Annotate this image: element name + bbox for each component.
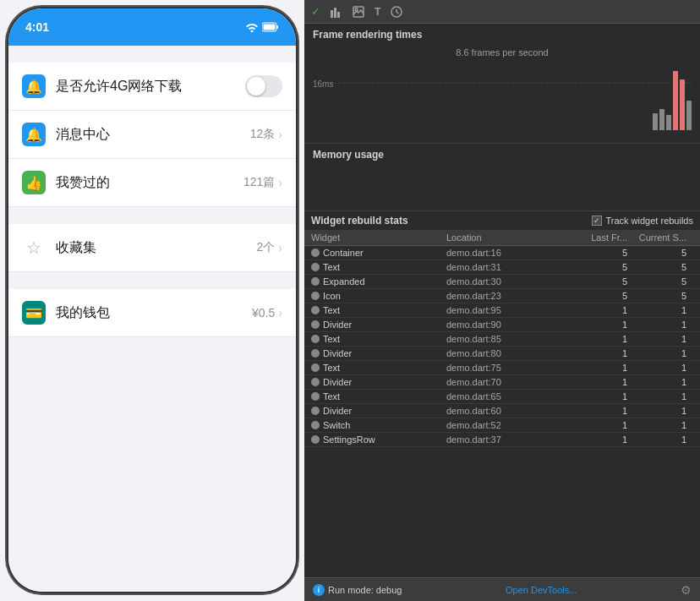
table-row[interactable]: Text demo.dart:31 5 5 <box>304 260 700 275</box>
menu-item-4g[interactable]: 🔔 是否允许4G网络下载 <box>8 63 296 111</box>
widget-location: demo.dart:80 <box>446 348 575 358</box>
frame-chart: 8.6 frames per second 16ms <box>304 42 700 144</box>
widget-current: 1 <box>634 377 693 387</box>
widget-dot <box>311 335 320 343</box>
bar-2 <box>659 109 664 130</box>
widget-name-text: Divider <box>323 348 352 358</box>
image-icon[interactable] <box>353 6 364 18</box>
widget-last-frame: 1 <box>575 434 634 445</box>
widget-dot <box>311 349 320 358</box>
info-icon: i <box>313 584 325 596</box>
widget-name-cell: Text <box>311 305 446 315</box>
widget-current: 1 <box>634 363 693 373</box>
check-icon[interactable]: ✓ <box>311 5 320 18</box>
bar-chart-icon[interactable] <box>331 6 342 18</box>
widget-dot <box>311 363 320 372</box>
chart-bars <box>653 63 692 130</box>
gear-icon[interactable]: ⚙ <box>681 583 692 597</box>
table-row[interactable]: Divider demo.dart:80 1 1 <box>304 347 700 361</box>
widget-name-cell: Divider <box>311 320 446 330</box>
widget-last-frame: 1 <box>575 320 634 330</box>
open-devtools-link[interactable]: Open DevTools... <box>506 585 577 595</box>
table-row[interactable]: Text demo.dart:85 1 1 <box>304 332 700 347</box>
arrow-wallet: › <box>278 306 282 320</box>
widget-current: 1 <box>634 334 693 344</box>
table-row[interactable]: Container demo.dart:16 5 5 <box>304 246 700 260</box>
menu-item-messages[interactable]: 🔔 消息中心 12条 › <box>8 111 296 159</box>
battery-icon <box>262 22 279 32</box>
widget-dot <box>311 263 320 271</box>
menu-item-liked[interactable]: 👍 我赞过的 121篇 › <box>8 159 296 207</box>
widget-dot <box>311 306 320 314</box>
widget-name-cell: Expanded <box>311 276 446 287</box>
widget-current: 5 <box>634 291 693 301</box>
table-row[interactable]: Text demo.dart:95 1 1 <box>304 303 700 318</box>
widget-name-text: Text <box>323 305 340 315</box>
widget-name-text: Text <box>323 334 340 344</box>
track-label: Track widget rebuilds <box>605 216 693 226</box>
value-favorites: 2个 <box>257 240 276 255</box>
toggle-4g[interactable] <box>245 75 282 97</box>
frame-rendering-title: Frame rendering times <box>304 24 700 42</box>
table-rows-container: Container demo.dart:16 5 5 Text demo.dar… <box>304 246 700 447</box>
widget-current: 1 <box>634 305 693 315</box>
svg-rect-4 <box>334 8 336 18</box>
phone-frame: 4:01 🔔 是否允许4G网络下载 <box>8 8 296 592</box>
text-format-icon[interactable]: T <box>375 6 380 18</box>
icon-favorites: ☆ <box>22 236 46 260</box>
arrow-messages: › <box>278 128 282 141</box>
bar-5 <box>680 79 685 130</box>
table-row[interactable]: Divider demo.dart:60 1 1 <box>304 404 700 418</box>
widget-dot <box>311 435 320 444</box>
table-row[interactable]: Text demo.dart:65 1 1 <box>304 390 700 404</box>
widget-dot <box>311 378 320 386</box>
table-row[interactable]: Expanded demo.dart:30 5 5 <box>304 275 700 289</box>
widget-name-cell: Text <box>311 391 446 402</box>
widget-name-cell: Container <box>311 248 446 258</box>
debug-panel: ✓ T Frame rendering times 8.6 frames per… <box>304 0 700 601</box>
widget-dot <box>311 292 320 300</box>
clock-icon[interactable] <box>391 6 402 18</box>
widget-dot <box>311 249 320 257</box>
track-widget-rebuilds-checkbox[interactable]: ✓ Track widget rebuilds <box>592 216 693 226</box>
bar-6 <box>686 101 692 130</box>
widget-last-frame: 1 <box>575 377 634 387</box>
table-row[interactable]: Divider demo.dart:70 1 1 <box>304 375 700 390</box>
table-row[interactable]: Switch demo.dart:52 1 1 <box>304 418 700 433</box>
table-row[interactable]: Text demo.dart:75 1 1 <box>304 361 700 375</box>
widget-dot <box>311 277 320 286</box>
checkbox-box[interactable]: ✓ <box>592 216 602 226</box>
widget-table: Widget Location Last Fr... Current S... … <box>304 230 700 577</box>
widget-name-text: Divider <box>323 406 352 416</box>
widget-stats-header: Widget rebuild stats ✓ Track widget rebu… <box>304 211 700 230</box>
widget-location: demo.dart:31 <box>446 262 575 272</box>
widget-last-frame: 1 <box>575 305 634 315</box>
value-messages: 12条 <box>250 127 276 142</box>
table-row[interactable]: Icon demo.dart:23 5 5 <box>304 289 700 303</box>
widget-last-frame: 5 <box>575 291 634 301</box>
widget-last-frame: 1 <box>575 334 634 344</box>
col-widget: Widget <box>311 232 446 243</box>
arrow-liked: › <box>278 176 282 189</box>
icon-notification-messages: 🔔 <box>22 123 46 146</box>
widget-current: 1 <box>634 348 693 358</box>
widget-name-text: Switch <box>323 420 350 430</box>
icon-liked: 👍 <box>22 171 46 194</box>
widget-name-text: SettingsRow <box>323 434 375 445</box>
fps-label: 8.6 frames per second <box>313 46 692 59</box>
svg-rect-5 <box>337 12 340 18</box>
widget-location: demo.dart:23 <box>446 291 575 301</box>
widget-name-cell: Switch <box>311 420 446 430</box>
widget-name-cell: Text <box>311 334 446 344</box>
menu-item-wallet[interactable]: 💳 我的钱包 ¥0.5 › <box>8 289 296 337</box>
col-last: Last Fr... <box>575 232 634 243</box>
frame-rendering-section: Frame rendering times 8.6 frames per sec… <box>304 24 700 144</box>
col-current: Current S... <box>634 232 693 243</box>
menu-item-favorites[interactable]: ☆ 收藏集 2个 › <box>8 224 296 272</box>
widget-current: 5 <box>634 248 693 258</box>
widget-location: demo.dart:95 <box>446 305 575 315</box>
table-row[interactable]: SettingsRow demo.dart:37 1 1 <box>304 433 700 447</box>
widget-location: demo.dart:90 <box>446 320 575 330</box>
table-row[interactable]: Divider demo.dart:90 1 1 <box>304 318 700 332</box>
widget-name-cell: SettingsRow <box>311 434 446 445</box>
